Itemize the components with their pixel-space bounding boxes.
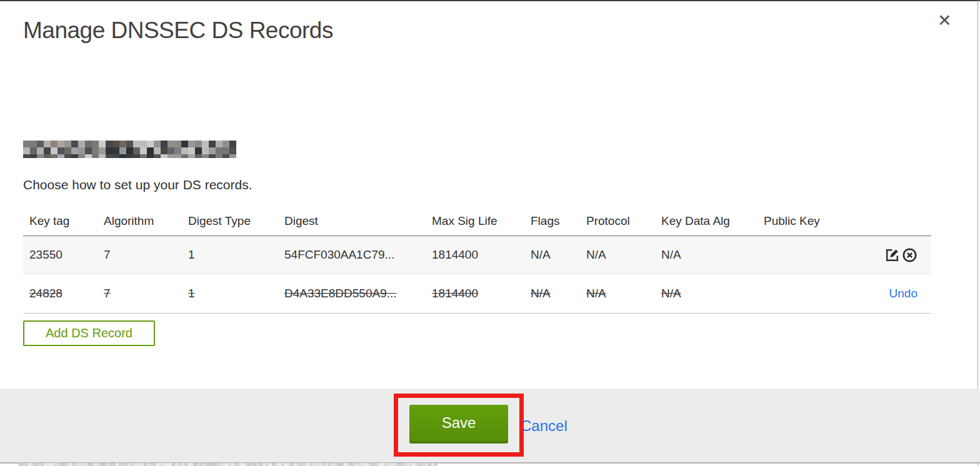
- col-header-protocol: Protocol: [586, 214, 661, 228]
- close-icon[interactable]: ✕: [938, 12, 952, 29]
- save-button[interactable]: Save: [409, 405, 508, 444]
- add-ds-record-button[interactable]: Add DS Record: [23, 320, 155, 346]
- undo-link[interactable]: Undo: [889, 287, 918, 300]
- cell-digest: 54FCF030AA1C79...: [284, 248, 432, 262]
- redacted-background-content: [19, 463, 439, 466]
- window-top-edge: [0, 0, 980, 1]
- cell-max-sig-life: 1814400: [432, 287, 531, 300]
- cell-digest-type: 1: [188, 248, 284, 262]
- cell-digest-type: 1: [188, 287, 284, 300]
- cell-key-data-alg: N/A: [661, 248, 764, 262]
- col-header-digest: Digest: [284, 214, 432, 228]
- row-actions: Undo: [850, 287, 925, 300]
- col-header-digest-type: Digest Type: [188, 214, 284, 228]
- edit-icon[interactable]: [884, 247, 900, 263]
- cell-flags: N/A: [531, 248, 586, 262]
- ds-records-table: Key tag Algorithm Digest Type Digest Max…: [23, 206, 931, 314]
- cell-protocol: N/A: [586, 248, 661, 262]
- cell-digest: D4A33E8DD550A9...: [284, 287, 432, 300]
- col-header-max-sig-life: Max Sig Life: [432, 214, 531, 228]
- cell-key-tag: 24828: [23, 287, 104, 300]
- page-title: Manage DNSSEC DS Records: [23, 17, 333, 44]
- col-header-flags: Flags: [531, 214, 586, 228]
- redacted-domain-name: [23, 141, 241, 158]
- col-header-key-tag: Key tag: [23, 214, 104, 228]
- cancel-link[interactable]: Cancel: [521, 417, 568, 435]
- cell-max-sig-life: 1814400: [432, 248, 531, 262]
- table-row: 23550 7 1 54FCF030AA1C79... 1814400 N/A …: [23, 236, 931, 274]
- table-row-marked-for-deletion: 24828 7 1 D4A33E8DD550A9... 1814400 N/A …: [23, 274, 931, 314]
- cell-key-data-alg: N/A: [661, 287, 764, 300]
- row-actions: [850, 247, 925, 263]
- manage-dnssec-modal: Manage DNSSEC DS Records ✕ Choose how to…: [0, 0, 980, 466]
- cell-key-tag: 23550: [23, 248, 104, 262]
- cell-flags: N/A: [531, 287, 586, 300]
- col-header-key-data-alg: Key Data Alg: [661, 214, 764, 228]
- intro-text: Choose how to set up your DS records.: [23, 177, 252, 192]
- cell-algorithm: 7: [104, 248, 188, 262]
- col-header-algorithm: Algorithm: [104, 214, 188, 228]
- circle-x-icon[interactable]: [902, 247, 918, 263]
- cell-protocol: N/A: [586, 287, 661, 300]
- cell-algorithm: 7: [104, 287, 188, 300]
- table-header-row: Key tag Algorithm Digest Type Digest Max…: [23, 206, 931, 236]
- col-header-public-key: Public Key: [764, 214, 850, 228]
